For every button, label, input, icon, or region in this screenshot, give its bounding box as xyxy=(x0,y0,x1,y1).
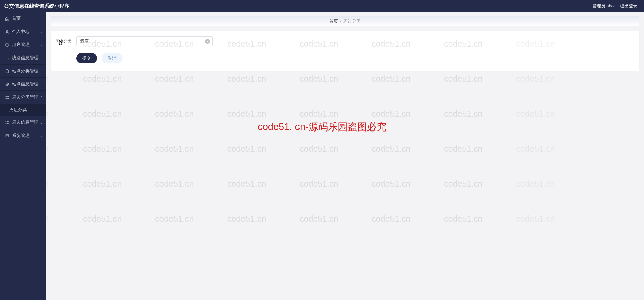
breadcrumb-current: 周边分类 xyxy=(343,18,361,24)
target-icon xyxy=(5,82,9,86)
sidebar-item-system[interactable]: 系统管理 ⌄ xyxy=(0,129,46,142)
cancel-button[interactable]: 取消 xyxy=(102,53,123,63)
sidebar-item-station-category[interactable]: 站点分类管理 ⌄ xyxy=(0,65,46,78)
sidebar: 首页 个人中心 ⌄ 用户管理 ⌄ 线路信息管理 ⌄ 站点分类管理 ⌄ 站点信息管… xyxy=(0,12,46,300)
submit-button[interactable]: 提交 xyxy=(76,53,97,63)
sidebar-item-around-info[interactable]: 周边信息管理 ⌄ xyxy=(0,116,46,129)
home-icon xyxy=(5,16,9,21)
svg-rect-2 xyxy=(6,70,8,73)
chevron-down-icon: ⌄ xyxy=(40,121,43,124)
sidebar-item-around-category[interactable]: 周边分类管理 ⌃ xyxy=(0,91,46,104)
chevron-down-icon: ⌄ xyxy=(40,43,43,47)
clock-icon xyxy=(5,42,9,47)
sidebar-item-label: 周边信息管理 xyxy=(12,119,38,125)
svg-point-4 xyxy=(6,83,7,84)
sidebar-item-label: 线路信息管理 xyxy=(12,55,38,61)
clear-icon[interactable]: × xyxy=(205,39,210,44)
bars-icon xyxy=(5,55,9,60)
app-title: 公交信息在线查询系统小程序 xyxy=(4,3,70,9)
svg-point-3 xyxy=(6,83,9,86)
sidebar-subitem-label: 周边分类 xyxy=(9,107,27,113)
sidebar-item-home[interactable]: 首页 xyxy=(0,12,46,25)
window-icon xyxy=(5,133,9,138)
stack-icon xyxy=(5,95,9,100)
breadcrumb-home[interactable]: 首页 xyxy=(329,18,338,24)
sidebar-item-label: 站点信息管理 xyxy=(12,81,38,87)
chevron-down-icon: ⌄ xyxy=(40,30,43,34)
svg-rect-6 xyxy=(6,98,9,98)
sidebar-item-label: 站点分类管理 xyxy=(12,68,38,74)
sidebar-item-profile[interactable]: 个人中心 ⌄ xyxy=(0,25,46,38)
admin-label[interactable]: 管理员 abo xyxy=(592,3,614,9)
grid-icon xyxy=(5,120,9,125)
form-row-category: 周边分类 × xyxy=(55,36,635,46)
svg-rect-10 xyxy=(7,123,8,124)
user-icon xyxy=(5,29,9,34)
topbar: 公交信息在线查询系统小程序 管理员 abo 退出登录 xyxy=(0,0,644,12)
chevron-down-icon: ⌄ xyxy=(40,82,43,86)
svg-rect-5 xyxy=(6,96,9,97)
chevron-up-icon: ⌃ xyxy=(40,96,43,99)
clipboard-icon xyxy=(5,69,9,73)
form-card: 周边分类 × 提交 取消 xyxy=(51,31,639,71)
svg-rect-9 xyxy=(6,123,7,124)
sidebar-item-route-info[interactable]: 线路信息管理 ⌄ xyxy=(0,51,46,65)
sidebar-item-user-manage[interactable]: 用户管理 ⌄ xyxy=(0,38,46,51)
svg-rect-8 xyxy=(7,121,8,122)
sidebar-item-label: 用户管理 xyxy=(12,42,30,48)
chevron-down-icon: ⌄ xyxy=(40,69,43,73)
sidebar-subitem-around-category[interactable]: 周边分类 xyxy=(0,104,46,116)
svg-rect-11 xyxy=(6,134,9,137)
breadcrumb-separator: / xyxy=(340,19,341,24)
form-label-category: 周边分类 xyxy=(55,39,75,44)
sidebar-item-station-info[interactable]: 站点信息管理 ⌄ xyxy=(0,78,46,91)
sidebar-item-label: 首页 xyxy=(12,15,21,22)
svg-point-0 xyxy=(6,30,8,32)
chevron-down-icon: ⌄ xyxy=(40,134,43,138)
svg-rect-7 xyxy=(6,121,7,122)
main-content: 首页 / 周边分类 周边分类 × 提交 取消 xyxy=(46,12,644,300)
sidebar-item-label: 系统管理 xyxy=(12,133,30,139)
chevron-down-icon: ⌄ xyxy=(40,56,43,60)
sidebar-item-label: 个人中心 xyxy=(12,29,30,35)
category-input[interactable] xyxy=(76,36,213,46)
breadcrumb: 首页 / 周边分类 xyxy=(51,16,639,26)
sidebar-item-label: 周边分类管理 xyxy=(12,94,38,100)
logout-link[interactable]: 退出登录 xyxy=(620,3,637,9)
